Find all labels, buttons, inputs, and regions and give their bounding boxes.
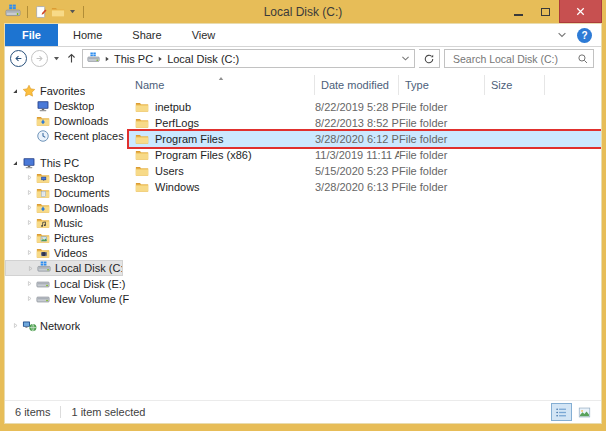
minimize-button[interactable] (505, 0, 532, 23)
breadcrumb-local-disk-c[interactable]: Local Disk (C:) (167, 53, 239, 65)
videos-folder-icon (35, 246, 51, 260)
sidebar-group-label: This PC (37, 157, 79, 169)
tab-share[interactable]: Share (117, 24, 176, 46)
expand-ribbon-chevron-icon[interactable] (556, 29, 568, 41)
ribbon-tab-bar: File Home Share View ? (5, 24, 601, 47)
search-box (444, 49, 594, 68)
selection-count: 1 item selected (71, 406, 145, 418)
sidebar-item-new-volume-f[interactable]: New Volume (F:) (5, 291, 129, 306)
properties-icon[interactable] (34, 5, 48, 19)
file-row-program-files-x86[interactable]: Program Files (x86) 11/3/2019 11:11 AM F… (129, 147, 601, 163)
drive-icon (35, 292, 51, 306)
file-type: File folder (399, 149, 485, 161)
tab-file[interactable]: File (5, 24, 58, 46)
collapsed-triangle-icon[interactable] (23, 234, 35, 241)
file-type: File folder (399, 133, 485, 145)
collapsed-triangle-icon[interactable] (23, 219, 35, 226)
tab-home[interactable]: Home (58, 24, 117, 46)
sidebar-group-this-pc[interactable]: This PC (5, 155, 129, 170)
titlebar: Local Disk (C:) (4, 0, 602, 23)
folder-icon (135, 116, 149, 130)
file-type: File folder (399, 101, 485, 113)
column-header-size[interactable]: Size (485, 75, 545, 95)
column-header-name[interactable]: Name (129, 75, 315, 95)
file-row-windows[interactable]: Windows 3/28/2020 6:13 PM File folder (129, 179, 601, 195)
address-bar: This PC Local Disk (C:) (5, 47, 601, 72)
collapsed-triangle-icon[interactable] (9, 322, 21, 329)
collapsed-triangle-icon[interactable] (23, 280, 35, 287)
sidebar-item-music[interactable]: Music (5, 215, 129, 230)
collapsed-triangle-icon[interactable] (23, 249, 35, 256)
sidebar-item-videos[interactable]: Videos (5, 245, 129, 260)
tab-view[interactable]: View (177, 24, 231, 46)
address-dropdown-chevron-icon[interactable] (400, 53, 411, 64)
sidebar-item-label: Recent places (51, 130, 124, 142)
back-button[interactable] (10, 50, 27, 67)
sidebar-item-label: Local Disk (C:) (52, 262, 122, 274)
close-button[interactable] (559, 0, 602, 23)
folder-icon (135, 100, 149, 114)
file-date: 8/22/2019 5:28 PM (315, 101, 399, 113)
recent-locations-caret-icon[interactable] (52, 54, 61, 63)
file-row-perflogs[interactable]: PerfLogs 8/22/2013 8:52 PM File folder (129, 115, 601, 131)
thumbnails-view-button[interactable] (574, 403, 595, 421)
thumbnails-view-icon (578, 406, 591, 419)
sidebar-item-label: Desktop (51, 172, 94, 184)
file-name: inetpub (155, 101, 191, 113)
drive-location-icon (87, 52, 100, 65)
collapsed-triangle-icon[interactable] (23, 204, 35, 211)
sort-ascending-icon (217, 75, 225, 83)
breadcrumb-arrow-icon (103, 55, 111, 63)
forward-arrow-icon (34, 53, 45, 64)
sidebar-item-downloads[interactable]: Downloads (5, 113, 129, 128)
up-button[interactable] (65, 52, 78, 65)
file-name: Program Files (155, 133, 223, 145)
this-pc-icon (21, 156, 37, 170)
desktop-folder-icon (35, 171, 51, 185)
sidebar-item-pictures[interactable]: Pictures (5, 230, 129, 245)
folder-icon (135, 164, 149, 178)
system-drive-icon[interactable] (5, 4, 21, 20)
maximize-button[interactable] (532, 0, 559, 23)
sidebar-group-label: Network (37, 320, 80, 332)
sidebar-item-desktop[interactable]: Desktop (5, 98, 129, 113)
refresh-button[interactable] (419, 49, 440, 68)
sidebar-item-local-disk-c[interactable]: Local Disk (C:) (5, 260, 123, 276)
column-header-type[interactable]: Type (399, 75, 485, 95)
collapsed-triangle-icon[interactable] (24, 265, 36, 272)
collapsed-triangle-icon[interactable] (23, 189, 35, 196)
new-folder-icon[interactable] (51, 5, 65, 19)
details-view-button[interactable] (551, 403, 572, 421)
file-rows: inetpub 8/22/2019 5:28 PM File folder Pe… (129, 95, 601, 195)
forward-button[interactable] (31, 50, 48, 67)
sidebar-group-network[interactable]: Network (5, 318, 129, 333)
expanded-triangle-icon[interactable] (9, 87, 21, 95)
sidebar-item-pc-downloads[interactable]: Downloads (5, 200, 129, 215)
quick-access-toolbar (4, 4, 87, 20)
file-row-program-files[interactable]: Program Files 3/28/2020 6:12 PM File fol… (129, 131, 601, 147)
sidebar-item-pc-desktop[interactable]: Desktop (5, 170, 129, 185)
drive-icon (35, 277, 51, 291)
file-list-pane: Name Date modified Type Size ine (129, 72, 601, 400)
help-icon[interactable]: ? (577, 28, 592, 43)
documents-folder-icon (35, 186, 51, 200)
window-controls (505, 0, 602, 23)
collapsed-triangle-icon[interactable] (23, 295, 35, 302)
breadcrumb-this-pc[interactable]: This PC (114, 53, 153, 65)
file-row-users[interactable]: Users 5/15/2020 5:23 PM File folder (129, 163, 601, 179)
qat-customize-caret-icon[interactable] (68, 7, 77, 16)
sidebar-group-favorites[interactable]: Favorites (5, 83, 129, 98)
toolbar-divider (83, 6, 84, 18)
column-header-date-modified[interactable]: Date modified (315, 75, 399, 95)
search-input[interactable] (451, 52, 573, 66)
collapsed-triangle-icon[interactable] (23, 174, 35, 181)
search-icon[interactable] (577, 53, 589, 65)
sidebar-item-recent-places[interactable]: Recent places (5, 128, 129, 143)
status-bar: 6 items 1 item selected (5, 400, 601, 423)
expanded-triangle-icon[interactable] (9, 159, 21, 167)
address-box[interactable]: This PC Local Disk (C:) (82, 49, 415, 68)
sidebar-item-documents[interactable]: Documents (5, 185, 129, 200)
file-name: Users (155, 165, 184, 177)
file-row-inetpub[interactable]: inetpub 8/22/2019 5:28 PM File folder (129, 99, 601, 115)
sidebar-item-local-disk-e[interactable]: Local Disk (E:) (5, 276, 129, 291)
